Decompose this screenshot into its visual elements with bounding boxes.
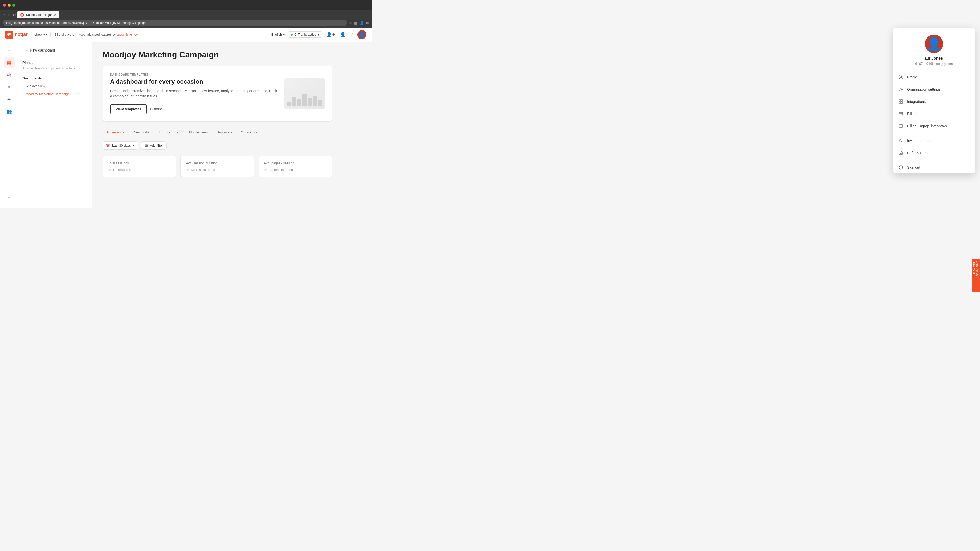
- no-results-icon: ⊠: [108, 168, 111, 171]
- add-filter-label: Add filter: [150, 144, 163, 148]
- tab-title: Dashboard - Hotjar: [26, 13, 52, 17]
- filter-bar: 📅 Last 30 days ▾ ⊞ Add filter: [103, 141, 361, 150]
- view-templates-button[interactable]: View templates: [110, 104, 147, 114]
- template-card-description: Create and customize dashboards in secon…: [110, 88, 278, 99]
- template-card: DASHBOARD TEMPLATES A dashboard for ever…: [103, 65, 332, 122]
- sidebar-toggle-icon[interactable]: ▤: [354, 21, 358, 25]
- new-dashboard-button[interactable]: + New dashboard: [22, 46, 88, 55]
- address-input[interactable]: [3, 20, 347, 26]
- session-tabs: All sessions Direct traffic Error occurr…: [103, 128, 332, 137]
- filter-icon: ⊞: [145, 144, 148, 148]
- add-filter-button[interactable]: ⊞ Add filter: [141, 141, 167, 150]
- tab-mobile-users[interactable]: Mobile users: [185, 128, 212, 137]
- preview-bar-5: [307, 98, 312, 106]
- metric-total-sessions-empty-text: No results found: [113, 168, 137, 171]
- top-nav: hotjar shopify ▾ 14 trial days left - ke…: [0, 27, 372, 42]
- dismiss-button[interactable]: Dismiss: [150, 107, 162, 111]
- traffic-chevron-icon: ▾: [318, 33, 320, 37]
- language-label: English: [271, 33, 282, 37]
- date-filter-button[interactable]: 📅 Last 30 days ▾: [103, 141, 138, 150]
- preview-bar-6: [313, 96, 317, 106]
- metric-avg-pages: Avg. pages / session ⊠ No results found: [259, 156, 332, 177]
- template-card-label: DASHBOARD TEMPLATES: [110, 73, 278, 76]
- metric-avg-session-duration: Avg. session duration ⊠ No results found: [180, 156, 254, 177]
- calendar-icon: 📅: [106, 144, 110, 148]
- preview-bar-2: [292, 97, 296, 106]
- avatar-button[interactable]: 👤: [357, 30, 366, 39]
- dashboards-title: Dashboards: [22, 76, 88, 80]
- main-layout: ⌂ ▦ ◎ ✦ ⊕ 👥 → + New dashboard Pinned Any…: [0, 42, 372, 208]
- active-tab[interactable]: H Dashboard - Hotjar ✕: [18, 11, 59, 18]
- tab-error-occurred[interactable]: Error occurred: [155, 128, 185, 137]
- preview-bar-4: [302, 94, 307, 106]
- metric-total-sessions-label: Total sessions: [108, 161, 171, 165]
- metric-avg-pages-label: Avg. pages / session: [264, 161, 327, 165]
- address-icons: ☆ ▤ 👤 ⧉: [349, 21, 369, 25]
- preview-bar-3: [297, 100, 301, 106]
- sidebar-item-observe[interactable]: ◎: [3, 69, 15, 81]
- date-filter-label: Last 30 days: [112, 144, 131, 148]
- metric-avg-session-empty-text: No results found: [191, 168, 215, 171]
- metric-avg-pages-empty: ⊠ No results found: [264, 168, 327, 171]
- pinned-title: Pinned: [22, 61, 88, 65]
- maximize-window-button[interactable]: [12, 3, 15, 6]
- address-bar: ☆ ▤ 👤 ⧉: [0, 18, 372, 27]
- extensions-icon[interactable]: ⧉: [366, 21, 369, 25]
- back-button[interactable]: ‹: [2, 12, 6, 18]
- bookmark-icon[interactable]: ☆: [349, 21, 352, 25]
- tab-bar: ‹ › ↻ H Dashboard - Hotjar ✕ +: [0, 10, 372, 18]
- avatar: 👤: [358, 30, 366, 39]
- sidebar-item-site-overview[interactable]: Site overview: [22, 82, 88, 90]
- user-manage-icon[interactable]: 👤: [339, 31, 347, 38]
- metric-avg-session-label: Avg. session duration: [186, 161, 249, 165]
- template-card-title: A dashboard for every occasion: [110, 78, 278, 85]
- sidebar: ⌂ ▦ ◎ ✦ ⊕ 👥 →: [0, 42, 18, 208]
- sidebar-item-dashboards[interactable]: ▦: [3, 57, 15, 68]
- sidebar-item-team[interactable]: 👥: [3, 106, 15, 118]
- main-content: Moodjoy Marketing Campaign DASHBOARD TEM…: [92, 42, 372, 208]
- tab-all-sessions[interactable]: All sessions: [103, 128, 128, 137]
- help-icon[interactable]: ?: [350, 31, 354, 38]
- trial-link[interactable]: subscribing now: [116, 33, 138, 37]
- traffic-count: 0: [294, 33, 296, 37]
- trial-notice: 14 trial days left - keep advanced featu…: [55, 33, 267, 37]
- sidebar-item-moodjoy-campaign[interactable]: Moodjoy Marketing Campaign: [22, 90, 88, 98]
- logo-icon: [5, 30, 13, 39]
- sidebar-collapse-button[interactable]: →: [3, 192, 15, 203]
- minimize-window-button[interactable]: [8, 3, 11, 6]
- window-controls: [3, 3, 15, 6]
- traffic-label: Traffic active: [298, 33, 317, 37]
- no-results-icon-2: ⊠: [186, 168, 189, 171]
- metric-avg-pages-empty-text: No results found: [269, 168, 293, 171]
- app-layout: hotjar shopify ▾ 14 trial days left - ke…: [0, 27, 372, 208]
- sidebar-item-ask[interactable]: ✦: [3, 82, 15, 93]
- tab-direct-traffic[interactable]: Direct traffic: [129, 128, 155, 137]
- tab-organic-traffic[interactable]: Organic tra...: [237, 128, 264, 137]
- tab-new-users[interactable]: New users: [213, 128, 236, 137]
- tab-close-button[interactable]: ✕: [54, 13, 56, 17]
- preview-bar-7: [318, 100, 322, 106]
- preview-chart: [286, 91, 322, 106]
- close-window-button[interactable]: [3, 3, 6, 6]
- avatar-silhouette-icon: 👤: [359, 32, 366, 38]
- add-user-button[interactable]: 👤+: [325, 31, 336, 38]
- pinned-empty-text: Any dashboards you pin will show here: [22, 67, 88, 70]
- logo-text: hotjar: [15, 32, 27, 37]
- language-selector[interactable]: English ▾: [271, 33, 285, 37]
- reload-button[interactable]: ↻: [11, 11, 18, 18]
- site-selector[interactable]: shopify ▾: [32, 31, 51, 38]
- template-preview: [284, 78, 325, 109]
- metrics-row: Total sessions ⊠ No results found Avg. s…: [103, 156, 332, 177]
- traffic-indicator[interactable]: 0 Traffic active ▾: [288, 32, 322, 38]
- preview-bar-1: [286, 102, 291, 106]
- metric-total-sessions: Total sessions ⊠ No results found: [103, 156, 177, 177]
- forward-button[interactable]: ›: [6, 12, 11, 18]
- profile-icon[interactable]: 👤: [360, 21, 364, 25]
- sidebar-item-engage[interactable]: ⊕: [3, 94, 15, 105]
- new-dashboard-section: + New dashboard: [18, 46, 92, 59]
- new-tab-button[interactable]: +: [60, 14, 63, 18]
- language-chevron-icon: ▾: [283, 33, 285, 37]
- new-dashboard-label: New dashboard: [30, 48, 55, 52]
- sidebar-item-home[interactable]: ⌂: [3, 45, 15, 56]
- chevron-down-icon: ▾: [46, 33, 48, 37]
